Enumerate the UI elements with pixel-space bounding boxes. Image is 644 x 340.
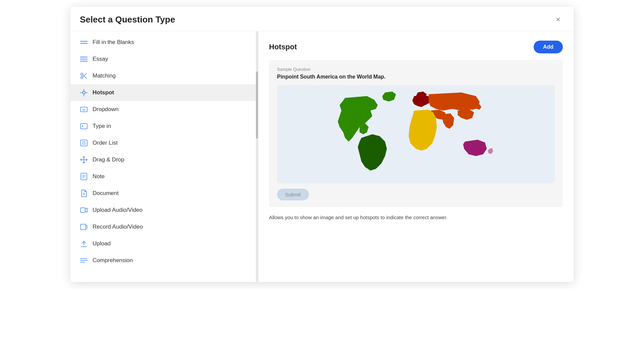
upload-av-icon [80, 206, 88, 214]
sidebar-item-note[interactable]: Note [70, 168, 258, 185]
sidebar-label-type-in: Type in [93, 123, 111, 130]
content-title: Hotspot [269, 43, 297, 51]
upload-icon [80, 240, 88, 248]
scrollbar-thumb[interactable] [256, 71, 258, 139]
select-question-type-modal: Select a Question Type × Fill in the Bla… [70, 7, 574, 282]
sidebar-item-hotspot[interactable]: Hotspot [70, 84, 258, 101]
sidebar-item-upload-av[interactable]: Upload Audio/Video [70, 202, 258, 218]
sidebar-label-drag-drop: Drag & Drop [93, 156, 124, 163]
dropdown-icon [80, 105, 88, 113]
sidebar-label-hotspot: Hotspot [93, 89, 114, 96]
modal-header: Select a Question Type × [70, 7, 574, 31]
document-icon [80, 189, 88, 197]
essay-icon [80, 55, 88, 63]
world-map-svg [334, 91, 498, 178]
drag-drop-icon [80, 156, 88, 164]
sidebar-item-dropdown[interactable]: Dropdown [70, 101, 258, 118]
scissors-icon [80, 72, 88, 80]
sidebar-label-document: Document [93, 190, 118, 197]
hotspot-icon [80, 89, 88, 97]
sidebar-item-comprehension[interactable]: Comprehension [70, 252, 258, 269]
minus-lines-icon [80, 38, 88, 46]
modal-body: Fill in the Blanks Essay [70, 31, 574, 282]
sample-question: Pinpoint South America on the World Map. [277, 74, 555, 80]
type-in-icon [80, 122, 88, 130]
svg-rect-14 [80, 107, 87, 112]
sample-label: Sample Question [277, 67, 555, 72]
sidebar-label-record-av: Record Audio/Video [93, 224, 143, 230]
sidebar-item-order-list[interactable]: Order List [70, 135, 258, 151]
sidebar-item-fill-in-blanks[interactable]: Fill in the Blanks [70, 34, 258, 51]
sidebar-label-essay: Essay [93, 56, 108, 62]
comprehension-icon [80, 256, 88, 264]
sidebar-item-upload[interactable]: Upload [70, 235, 258, 252]
sidebar-label-upload: Upload [93, 240, 111, 247]
close-button[interactable]: × [552, 13, 564, 26]
add-button[interactable]: Add [534, 41, 563, 53]
scrollbar-track [256, 31, 258, 282]
sidebar-item-type-in[interactable]: Type in [70, 118, 258, 135]
svg-rect-15 [80, 124, 87, 129]
sidebar-item-document[interactable]: Document [70, 185, 258, 202]
record-av-icon [80, 223, 88, 231]
sidebar-item-record-av[interactable]: Record Audio/Video [70, 218, 258, 235]
description: Allows you to show an image and set up h… [269, 214, 563, 222]
sidebar-label-dropdown: Dropdown [93, 106, 119, 113]
sidebar-label-order-list: Order List [93, 140, 118, 146]
sidebar-label-matching: Matching [93, 72, 116, 79]
map-container [277, 85, 555, 183]
svg-rect-31 [80, 224, 86, 230]
content-header: Hotspot Add [269, 41, 563, 53]
svg-point-9 [83, 91, 85, 94]
note-icon [80, 173, 88, 181]
sample-box: Sample Question Pinpoint South America o… [269, 60, 563, 207]
sidebar-item-drag-drop[interactable]: Drag & Drop [70, 151, 258, 168]
submit-button[interactable]: Submit [277, 189, 309, 200]
sidebar-item-matching[interactable]: Matching [70, 67, 258, 84]
modal-title: Select a Question Type [80, 14, 175, 25]
svg-rect-30 [80, 208, 85, 212]
sidebar-label-fill-in-blanks: Fill in the Blanks [93, 39, 134, 46]
sidebar: Fill in the Blanks Essay [70, 31, 258, 282]
order-list-icon [80, 139, 88, 147]
sidebar-label-upload-av: Upload Audio/Video [93, 207, 143, 213]
sidebar-item-essay[interactable]: Essay [70, 51, 258, 67]
sidebar-label-comprehension: Comprehension [93, 257, 133, 264]
sidebar-label-note: Note [93, 173, 105, 180]
main-content: Hotspot Add Sample Question Pinpoint Sou… [258, 31, 574, 282]
